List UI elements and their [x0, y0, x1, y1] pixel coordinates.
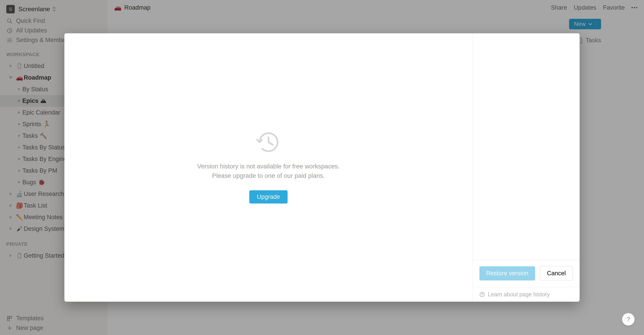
cancel-button[interactable]: Cancel — [540, 266, 573, 281]
modal-message-line-2: Please upgrade to one of our paid plans. — [212, 171, 325, 180]
help-circle-icon — [480, 292, 485, 297]
help-icon: ? — [626, 316, 630, 323]
modal-message-line-1: Version history is not available for fre… — [197, 162, 340, 171]
learn-about-history-link[interactable]: Learn about page history — [473, 287, 580, 302]
version-history-modal: Version history is not available for fre… — [64, 33, 580, 302]
history-icon — [256, 132, 281, 154]
modal-main-panel: Version history is not available for fre… — [64, 33, 473, 302]
restore-version-button[interactable]: Restore version — [480, 266, 535, 280]
upgrade-button[interactable]: Upgrade — [249, 190, 288, 204]
modal-side-panel: Restore version Cancel Learn about page … — [473, 33, 580, 302]
help-button[interactable]: ? — [622, 313, 634, 326]
modal-overlay[interactable]: Version history is not available for fre… — [0, 0, 644, 335]
learn-link-label: Learn about page history — [488, 291, 550, 298]
